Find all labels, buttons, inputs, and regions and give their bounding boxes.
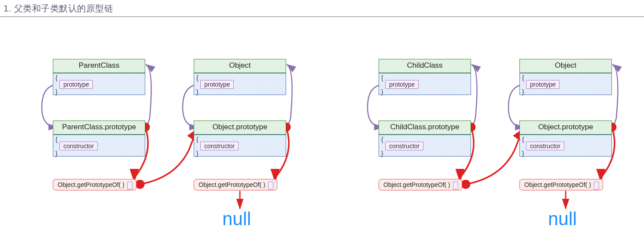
pill-label: Object.getPrototypeOf( )	[58, 181, 125, 188]
proto-title: ParentClass.prototype	[53, 120, 145, 135]
brace-open: {	[196, 136, 199, 142]
brace-close: }	[522, 89, 524, 95]
constructor-prop: constructor	[526, 142, 564, 150]
class-title: Object	[194, 59, 286, 73]
proto-title: Object.prototype	[194, 120, 286, 135]
pill-arg-slot	[268, 182, 273, 190]
brace-open: {	[55, 136, 58, 142]
brace-open: {	[381, 136, 383, 142]
prototype-prop: prototype	[385, 80, 419, 89]
brace-close: }	[381, 150, 383, 157]
null-text: null	[222, 208, 251, 230]
get-prototype-of-pill: Object.getPrototypeOf( )	[53, 179, 136, 190]
proto-title: ChildClass.prototype	[379, 120, 471, 135]
constructor-prop: constructor	[385, 142, 423, 150]
brace-open: {	[196, 75, 199, 81]
pill-arg-slot	[594, 182, 599, 190]
brace-open: {	[522, 75, 524, 81]
pill-arg-slot	[127, 182, 132, 190]
pill-label: Object.getPrototypeOf( )	[524, 181, 591, 188]
get-prototype-of-pill: Object.getPrototypeOf( )	[194, 179, 277, 190]
brace-close: }	[55, 89, 58, 95]
null-text: null	[548, 208, 577, 230]
constructor-prop: constructor	[200, 142, 239, 150]
prototype-prop: prototype	[59, 80, 93, 89]
get-prototype-of-pill: Object.getPrototypeOf( )	[379, 179, 462, 190]
proto-title: Object.prototype	[519, 120, 612, 135]
class-title: ChildClass	[379, 59, 471, 73]
pill-label: Object.getPrototypeOf( )	[383, 181, 450, 188]
get-prototype-of-pill: Object.getPrototypeOf( )	[519, 179, 603, 190]
prototype-prop: prototype	[200, 80, 234, 89]
brace-close: }	[381, 89, 383, 95]
class-title: ParentClass	[53, 59, 145, 73]
brace-close: }	[196, 89, 199, 95]
pill-label: Object.getPrototypeOf( )	[199, 181, 265, 188]
class-title: Object	[519, 59, 612, 73]
pill-arg-slot	[453, 182, 458, 190]
brace-open: {	[522, 136, 524, 142]
prototype-prop: prototype	[526, 80, 559, 89]
brace-close: }	[522, 150, 524, 157]
diagram-stage: ParentClass { prototype } ParentClass.pr…	[0, 17, 644, 241]
constructor-prop: constructor	[59, 142, 98, 150]
brace-close: }	[196, 150, 199, 157]
brace-close: }	[55, 150, 58, 157]
brace-open: {	[381, 75, 383, 81]
brace-open: {	[55, 75, 58, 81]
heading: 1. 父类和子类默认的原型链	[0, 0, 644, 17]
